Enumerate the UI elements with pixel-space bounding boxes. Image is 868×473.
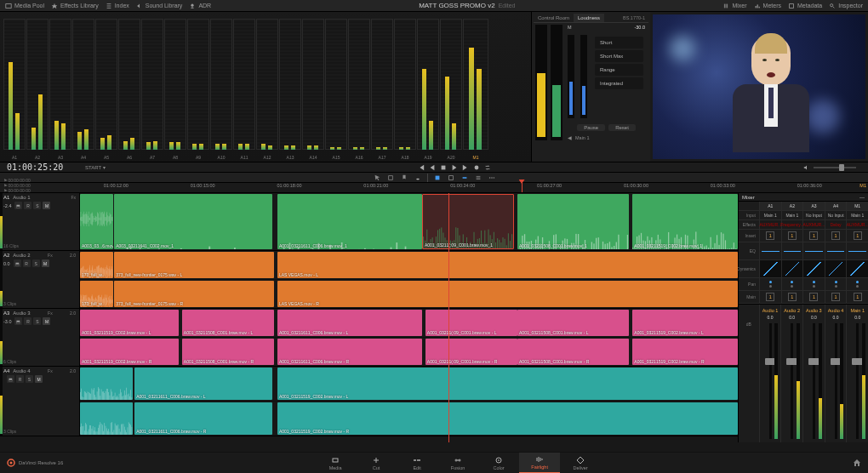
- audio-clip[interactable]: A001_03211611_C006.braw.mov - R: [277, 339, 422, 365]
- track-btn-r[interactable]: R: [24, 317, 31, 325]
- mixer-cell[interactable]: Main 1: [846, 211, 868, 219]
- toolbar-effects-library[interactable]: Effects Library: [51, 3, 99, 9]
- toolbar-index[interactable]: Index: [106, 3, 129, 9]
- skip-back-icon[interactable]: [418, 164, 425, 171]
- mixer-cell[interactable]: 1: [846, 291, 868, 303]
- track-btn-m[interactable]: M: [42, 259, 49, 267]
- track-btn-⬒[interactable]: ⬒: [14, 202, 22, 209]
- audio-clip[interactable]: A001_03211611_C006.braw.mov - L: [134, 368, 272, 400]
- mixer-channel-header-a1[interactable]: A1: [759, 202, 781, 210]
- track-header-a1[interactable]: A1Audio 1Fx-2.4⬒RSM16 Clips: [0, 193, 80, 250]
- mixer-cell[interactable]: Frequency...: [781, 220, 803, 229]
- audio-clip[interactable]: A003_03211641_C002.mov_1: [114, 194, 272, 249]
- audio-clip[interactable]: A001_03211519_C002.braw.mov - L: [632, 310, 738, 336]
- track-header-a3[interactable]: A3Audio 3Fx2.0-3.0⬒RSM6 Clips: [0, 309, 80, 366]
- home-button[interactable]: [846, 459, 868, 468]
- page-media[interactable]: Media: [315, 453, 356, 474]
- mixer-eq-cell[interactable]: [802, 242, 825, 259]
- mixer-pan-cell[interactable]: [825, 278, 847, 290]
- skip-forward-icon[interactable]: [462, 164, 469, 171]
- audio-clip[interactable]: A001_03211508_C001.braw.mov - L: [182, 310, 274, 336]
- video-viewer[interactable]: [653, 14, 865, 159]
- mixer-cell[interactable]: 1: [825, 230, 847, 242]
- fader-main-1[interactable]: Main 10.0: [846, 305, 868, 442]
- page-deliver[interactable]: Deliver: [560, 453, 601, 474]
- loudness-output[interactable]: Main 1: [575, 135, 590, 140]
- track-btn-s[interactable]: S: [33, 317, 41, 325]
- toolbar-adr[interactable]: ADR: [189, 3, 211, 9]
- loudness-standard[interactable]: BS.1770-1: [620, 14, 648, 22]
- fader-audio-1[interactable]: Audio 10.0: [759, 305, 781, 442]
- audio-clip[interactable]: A001_03211611_C006.braw.mov - R: [134, 402, 272, 435]
- audio-clip[interactable]: [80, 402, 133, 435]
- audio-clip[interactable]: A001_03211(:09_C001.braw.mov_1: [422, 194, 514, 249]
- audio-clip[interactable]: 373_full_new-frontier_0175.wav - R: [114, 281, 274, 307]
- track-lane[interactable]: A001_03211611_C006.braw.mov - LA001_0321…: [80, 367, 738, 401]
- toolbar-inspector[interactable]: Inspector: [829, 3, 863, 9]
- track-header-a4[interactable]: A4Audio 4Fx2.0⬒RSM3 Clips: [0, 367, 80, 436]
- stop-icon[interactable]: [440, 164, 447, 171]
- mixer-channel-header-m1[interactable]: M1: [846, 202, 868, 210]
- mixer-eq-cell[interactable]: [759, 242, 781, 259]
- track-btn-m[interactable]: M: [43, 202, 50, 209]
- toolbar-media-pool[interactable]: Media Pool: [5, 3, 44, 9]
- toolbar-meters[interactable]: Meters: [754, 3, 781, 9]
- mixer-cell[interactable]: Delay: [825, 220, 847, 229]
- track-btn-r[interactable]: R: [23, 259, 31, 267]
- mixer-cell[interactable]: 1: [846, 230, 868, 242]
- mixer-channel-header-a2[interactable]: A2: [781, 202, 803, 210]
- audio-clip[interactable]: LAS VEGAS.mov - R: [277, 281, 738, 307]
- audio-clip[interactable]: A001_03211508_C001.braw.mov - R: [517, 339, 629, 365]
- mixer-cell[interactable]: 1: [802, 230, 825, 242]
- audio-clip[interactable]: A001_03211508_C001.braw.mov_1: [517, 194, 629, 249]
- audio-clip[interactable]: A001_03211(:09_C001.braw.mov - R: [425, 339, 517, 365]
- mixer-cell[interactable]: 1: [802, 291, 825, 303]
- playhead[interactable]: [522, 183, 523, 192]
- page-cut[interactable]: Cut: [356, 453, 397, 474]
- track-btn-s[interactable]: S: [33, 202, 41, 209]
- mixer-cell[interactable]: No Input: [802, 211, 825, 219]
- mixer-eq-cell[interactable]: [825, 242, 847, 259]
- mixer-cell[interactable]: Main 1: [781, 211, 803, 219]
- mixer-cell[interactable]: 1: [781, 291, 803, 303]
- mixer-channel-header-a4[interactable]: A4: [825, 202, 847, 210]
- audio-clip[interactable]: 173_full_w...: [80, 281, 113, 307]
- audio-clip[interactable]: A001_03211508_C001.braw.mov - R: [182, 339, 274, 365]
- razor-tool[interactable]: [414, 174, 422, 182]
- volume-slider[interactable]: [814, 167, 856, 168]
- track-btn-r[interactable]: R: [16, 375, 24, 383]
- audio-clip[interactable]: A001_03211519_C002.braw.mov - R: [277, 402, 738, 435]
- play-back-icon[interactable]: [429, 164, 436, 171]
- audio-clip[interactable]: LAS VEGAS.mov - L: [277, 252, 738, 278]
- track-btn-r[interactable]: R: [24, 202, 31, 209]
- track-lane[interactable]: A001_03211519_C002.braw.mov - LA001_0321…: [80, 309, 738, 337]
- mixer-eq-cell[interactable]: [846, 242, 868, 259]
- audio-clip[interactable]: 173_full_w...: [80, 252, 113, 278]
- audio-clip[interactable]: A001_03211611_C006.braw.mov_1: [277, 194, 422, 249]
- list-tool[interactable]: [474, 174, 483, 182]
- mixer-cell[interactable]: Main 1: [759, 211, 781, 219]
- audio-clip[interactable]: A003_03...6.mov_1: [80, 194, 113, 249]
- track-btn-s[interactable]: S: [32, 259, 40, 267]
- page-fairlight[interactable]: Fairlight: [519, 453, 560, 474]
- record-icon[interactable]: [473, 164, 480, 171]
- track-btn-m[interactable]: M: [35, 375, 43, 383]
- timeline-ruler[interactable]: 01:00:12:0001:00:15:0001:00:18:0001:00:2…: [80, 183, 868, 192]
- mixer-pan-cell[interactable]: [802, 278, 825, 290]
- toolbar-metadata[interactable]: Metadata: [788, 3, 822, 9]
- link-tool[interactable]: [447, 174, 455, 182]
- more-tool[interactable]: [488, 174, 496, 182]
- timecode-display[interactable]: 01:00:25:20: [7, 162, 75, 172]
- mixer-eq-cell[interactable]: [781, 242, 803, 259]
- track-header-a2[interactable]: A2Audio 2Fx2.00.0⬒RSM3 Clips: [0, 251, 80, 308]
- audio-clip[interactable]: A001_03211519_C002.braw.mov_1: [632, 194, 738, 249]
- marker-tool[interactable]: [400, 174, 408, 182]
- page-fusion[interactable]: Fusion: [437, 453, 478, 474]
- snap-tool[interactable]: [433, 174, 442, 182]
- mixer-cell[interactable]: 1: [759, 230, 781, 242]
- mixer-cell[interactable]: 1: [825, 291, 847, 303]
- mixer-dynamics-cell[interactable]: [846, 260, 868, 277]
- mixer-dynamics-cell[interactable]: [759, 260, 781, 277]
- audio-clip[interactable]: A001_03211611_C006.braw.mov - L: [277, 310, 422, 336]
- audio-clip[interactable]: A001_03211519_C002.braw.mov - L: [80, 310, 179, 336]
